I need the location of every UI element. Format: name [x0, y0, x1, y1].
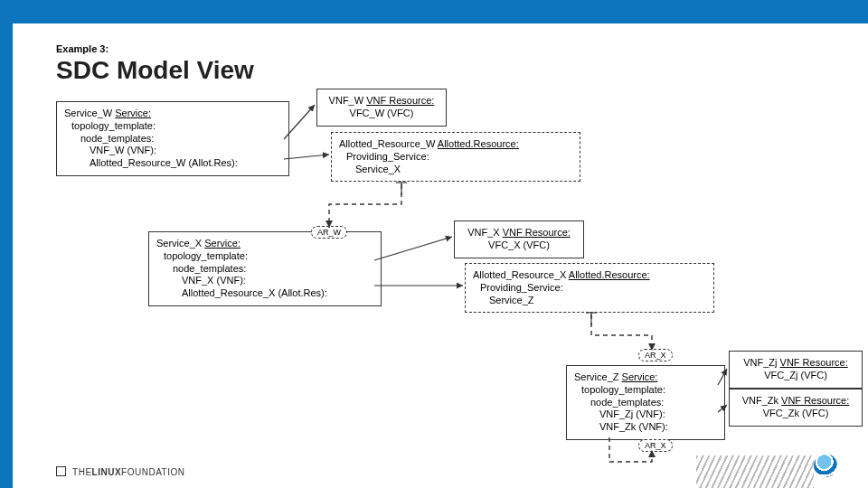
allotted-x-l2: Service_Z: [473, 295, 706, 307]
service-w-l1: topology_template:: [64, 120, 281, 133]
service-w-l4: Allotted_Resource_W (Allot.Res):: [64, 157, 281, 170]
service-x-l1: topology_template:: [156, 250, 373, 263]
att-globe-icon: [814, 454, 837, 477]
vnf-x-name: VNF_X: [467, 227, 503, 238]
box-service-z: Service_Z Service: topology_template: no…: [566, 365, 725, 440]
vnf-x-type: VNF Resource:: [503, 227, 571, 238]
footer-brand-prefix: THE: [72, 467, 92, 477]
service-z-l2: node_templates:: [574, 397, 717, 409]
service-x-l2: node_templates:: [156, 263, 373, 276]
top-bar: [0, 0, 868, 23]
box-allotted-w: Allotted_Resource_W Allotted.Resource: P…: [331, 132, 580, 182]
service-w-type: Service:: [115, 108, 151, 118]
allotted-x-name: Allotted_Resource_X: [473, 269, 569, 280]
page-title: SDC Model View: [56, 56, 254, 85]
allotted-w-type: Allotted.Resource:: [438, 138, 519, 149]
vnf-zj-type: VNF Resource:: [780, 357, 848, 368]
pill-ar-x-bottom: AR_X: [638, 439, 673, 452]
service-z-l1: topology_template:: [574, 384, 717, 397]
att-logo: [814, 454, 841, 481]
box-vnf-x: VNF_X VNF Resource: VFC_X (VFC): [454, 221, 584, 258]
footer-hatch-decoration: [696, 455, 814, 488]
service-x-name: Service_X: [156, 238, 204, 249]
service-w-l3: VNF_W (VNF):: [64, 145, 281, 157]
service-z-l4: VNF_Zk (VNF):: [574, 421, 717, 434]
vnf-w-type: VNF Resource:: [366, 95, 434, 106]
svg-line-4: [374, 237, 452, 260]
left-sidebar: [0, 23, 13, 488]
service-z-l3: VNF_Zj (VNF):: [574, 408, 717, 421]
pill-ar-x-top: AR_X: [638, 349, 673, 361]
vnf-zk-name: VNF_Zk: [742, 395, 781, 406]
footer-brand-bold: LINUX: [92, 467, 122, 477]
svg-line-1: [284, 155, 329, 159]
allotted-w-l2: Service_X: [339, 164, 572, 176]
vnf-zj-line2: VFC_Zj (VFC): [737, 370, 854, 382]
service-x-type: Service:: [204, 238, 241, 249]
service-x-l3: VNF_X (VNF):: [156, 275, 373, 287]
vnf-w-name: VNF_W: [329, 95, 367, 106]
allotted-x-type: Allotted.Resource:: [569, 269, 650, 280]
box-service-w: Service_W Service: topology_template: no…: [56, 101, 289, 176]
service-x-l4: Allotted_Resource_X (Allot.Res):: [156, 287, 373, 300]
service-z-type: Service:: [622, 371, 658, 382]
box-service-x: Service_X Service: topology_template: no…: [148, 231, 382, 306]
service-z-name: Service_Z: [574, 371, 622, 382]
service-w-l2: node_templates:: [64, 133, 281, 145]
example-label: Example 3:: [56, 43, 108, 54]
box-vnf-zj: VNF_Zj VNF Resource: VFC_Zj (VFC): [729, 351, 863, 389]
vnf-zk-line2: VFC_Zk (VFC): [737, 408, 854, 420]
box-vnf-zk: VNF_Zk VNF Resource: VFC_Zk (VFC): [729, 389, 863, 427]
pill-ar-w: AR_W: [311, 226, 347, 239]
vnf-zk-type: VNF Resource:: [781, 395, 849, 406]
vnf-w-line2: VFC_W (VFC): [325, 108, 439, 120]
allotted-x-l1: Providing_Service:: [473, 282, 706, 295]
allotted-w-l1: Providing_Service:: [339, 151, 572, 164]
footer-brand-suffix: FOUNDATION: [121, 467, 184, 477]
diagram-canvas: Example 3: SDC Model View Service_W Serv…: [13, 23, 868, 488]
allotted-w-name: Allotted_Resource_W: [339, 138, 438, 149]
footer-square-icon: [56, 466, 66, 476]
box-allotted-x: Allotted_Resource_X Allotted.Resource: P…: [465, 263, 714, 313]
box-vnf-w: VNF_W VNF Resource: VFC_W (VFC): [316, 89, 447, 127]
service-w-name: Service_W: [64, 108, 115, 118]
vnf-zj-name: VNF_Zj: [743, 357, 779, 368]
vnf-x-line2: VFC_X (VFC): [462, 239, 576, 252]
footer-linux-foundation: THELINUXFOUNDATION: [56, 466, 184, 477]
